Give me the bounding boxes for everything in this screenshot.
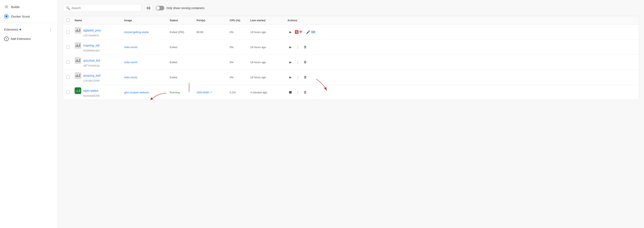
status-cell: Running	[170, 91, 196, 94]
row-checkbox[interactable]	[66, 76, 70, 79]
play-button[interactable]: ▶	[288, 44, 293, 50]
more-button[interactable]: ⋮	[295, 59, 301, 65]
delete-button[interactable]: 🗑	[302, 44, 308, 50]
search-box[interactable]: 🔍	[63, 4, 141, 12]
play-button[interactable]: ▶	[288, 29, 293, 35]
play-button[interactable]: ▶	[288, 74, 293, 80]
bar	[79, 74, 80, 77]
container-id: c241d8c15008	[74, 79, 124, 82]
image-cell: docker/getting-starte	[124, 30, 170, 34]
container-icon	[74, 57, 81, 64]
play-button[interactable]: ▶	[288, 59, 293, 65]
image-link[interactable]: hello-world	[124, 76, 137, 79]
last-started-cell: 4 minutes ago	[250, 91, 288, 94]
bar	[77, 44, 78, 47]
port-cell: 80:80	[196, 30, 230, 34]
builds-label: Builds	[11, 5, 20, 9]
add-extensions-item[interactable]: + Add Extensions	[0, 34, 58, 43]
row-checkbox[interactable]	[66, 91, 70, 94]
builds-icon	[4, 4, 9, 9]
header-cpu: CPU (%)	[230, 19, 250, 22]
play-icon: ▶	[289, 45, 292, 49]
cpu-cell: 0%	[230, 46, 250, 49]
bar	[77, 29, 78, 32]
delete-button[interactable]: 🗑	[302, 89, 308, 95]
status-cell: Exited	[170, 61, 196, 64]
bar	[78, 30, 79, 32]
view-toggle-button[interactable]	[145, 5, 152, 11]
container-id: a877e3a04c6a	[74, 64, 124, 67]
port-link[interactable]: 3000:8080 ↗	[196, 91, 230, 94]
last-started-cell: 19 hours ago	[250, 61, 288, 64]
row-checkbox[interactable]	[66, 30, 70, 34]
row-checkbox[interactable]	[66, 60, 70, 64]
stop-button[interactable]	[288, 89, 293, 95]
header-last-started: Last started	[250, 19, 288, 22]
delete-icon: 🗑	[304, 90, 307, 94]
extensions-section: Extensions ⋮	[0, 24, 58, 34]
special-chinese-icon: 中	[299, 30, 302, 34]
header-status: Status	[170, 19, 196, 22]
bar	[76, 60, 76, 62]
containers-table: Name Image Status Port(s) CPU (%) Last s…	[63, 16, 639, 100]
table-header: Name Image Status Port(s) CPU (%) Last s…	[63, 16, 639, 24]
add-extensions-label: Add Extensions	[11, 37, 31, 40]
bar	[78, 76, 79, 77]
toolbar: 🔍 Only show running containers	[63, 4, 639, 12]
select-all-checkbox[interactable]	[66, 18, 70, 22]
image-link[interactable]: hello-world	[124, 61, 137, 64]
stop-icon	[289, 91, 292, 94]
bar	[79, 59, 80, 62]
container-id: c357cfea6625	[74, 34, 124, 37]
delete-button[interactable]: 🗑	[302, 74, 308, 80]
search-input[interactable]	[72, 6, 138, 10]
special-dot-icon: ·,	[304, 30, 305, 34]
bar	[76, 75, 76, 77]
bars-icon	[76, 29, 80, 32]
sidebar-item-docker-scout[interactable]: Docker Scout	[0, 11, 58, 21]
bar	[76, 45, 76, 47]
name-cell: quizzical_led a877e3a04c6a	[74, 57, 124, 67]
sidebar-item-builds[interactable]: Builds	[0, 2, 58, 11]
extensions-badge	[20, 29, 21, 30]
container-name-link[interactable]: open-webui	[83, 89, 98, 92]
toggle-label: Only show running containers	[166, 6, 204, 10]
container-icon	[74, 42, 81, 49]
table-row: quizzical_led a877e3a04c6a hello-world E…	[63, 55, 639, 70]
row-checkbox-cell	[66, 45, 74, 49]
image-link[interactable]: hello-world	[124, 46, 137, 49]
row-checkbox-cell	[66, 60, 74, 64]
image-link[interactable]: ghcr.io/open-webui/o	[124, 91, 149, 94]
more-button[interactable]: ⋮	[295, 89, 301, 95]
container-name-link[interactable]: quizzical_led	[83, 59, 100, 62]
view-bar-1	[147, 6, 148, 9]
header-checkbox-cell	[66, 18, 74, 22]
last-started-cell: 19 hours ago	[250, 46, 288, 49]
external-link-icon: ↗	[210, 91, 212, 94]
table-row: inspiring_edi b13d59d4cdd1 hello-world E…	[63, 40, 639, 55]
cpu-cell: 0%	[230, 30, 250, 34]
bars-icon	[76, 44, 80, 47]
row-checkbox[interactable]	[66, 45, 70, 49]
image-link[interactable]: docker/getting-starte	[124, 30, 149, 34]
container-name-link[interactable]: amazing_hell	[83, 74, 100, 77]
cpu-cell: 0%	[230, 76, 250, 79]
more-icon: ⋮	[296, 75, 300, 79]
more-button[interactable]: ⋮	[295, 74, 301, 80]
more-icon: ⋮	[296, 60, 300, 64]
extensions-more-button[interactable]: ⋮	[48, 27, 54, 32]
name-cell: amazing_hell c241d8c15008	[74, 72, 124, 82]
container-name-link[interactable]: agitated_pros	[83, 29, 101, 32]
delete-icon: 🗑	[304, 60, 307, 64]
delete-button[interactable]: 🗑	[302, 59, 308, 65]
running-toggle[interactable]	[156, 6, 164, 10]
sidebar-divider	[0, 23, 58, 23]
bar	[78, 46, 79, 47]
extensions-label-container: Extensions	[4, 28, 21, 31]
docker-scout-icon	[4, 14, 9, 18]
more-button[interactable]: ⋮	[295, 44, 301, 50]
cpu-cell: 0%	[230, 61, 250, 64]
status-cell: Exited	[170, 46, 196, 49]
image-cell: hello-world	[124, 76, 170, 79]
container-name-link[interactable]: inspiring_edi	[83, 44, 100, 47]
